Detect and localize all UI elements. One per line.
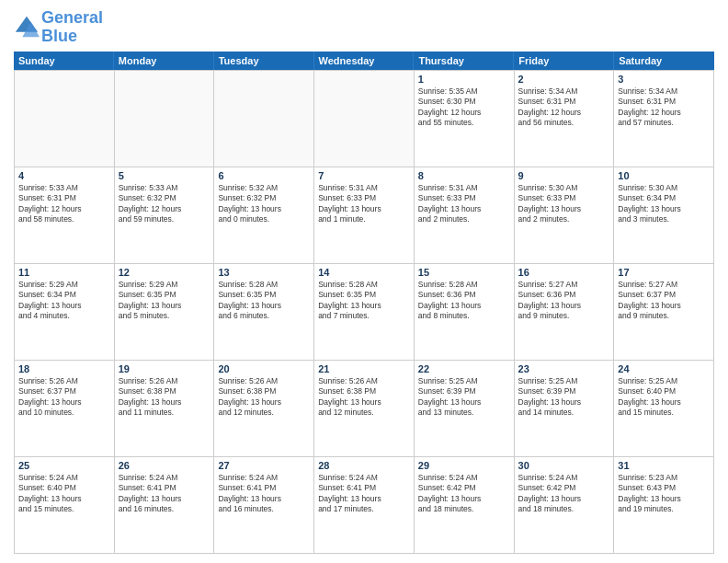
cell-info: Sunrise: 5:24 AMSunset: 6:40 PMDaylight:… [18,473,110,515]
calendar-row-2: 4Sunrise: 5:33 AMSunset: 6:31 PMDaylight… [15,167,714,264]
calendar-cell: 7Sunrise: 5:31 AMSunset: 6:33 PMDaylight… [314,167,415,264]
cell-info: Sunrise: 5:29 AMSunset: 6:35 PMDaylight:… [119,280,210,322]
calendar-cell [214,71,314,167]
calendar-cell: 17Sunrise: 5:27 AMSunset: 6:37 PMDayligh… [614,264,714,361]
day-number: 4 [18,170,110,181]
header-day-monday: Monday [114,52,214,70]
cell-info: Sunrise: 5:28 AMSunset: 6:35 PMDaylight:… [318,280,410,322]
day-number: 11 [18,267,110,278]
cell-info: Sunrise: 5:25 AMSunset: 6:40 PMDaylight:… [618,376,710,419]
cell-info: Sunrise: 5:27 AMSunset: 6:37 PMDaylight:… [618,280,710,322]
calendar: SundayMondayTuesdayWednesdayThursdayFrid… [14,52,714,554]
cell-info: Sunrise: 5:30 AMSunset: 6:34 PMDaylight:… [618,183,710,225]
header-day-sunday: Sunday [14,52,114,70]
logo-icon [14,15,40,40]
calendar-cell: 25Sunrise: 5:24 AMSunset: 6:40 PMDayligh… [15,457,115,554]
calendar-cell: 3Sunrise: 5:34 AMSunset: 6:31 PMDaylight… [614,71,714,167]
calendar-row-4: 18Sunrise: 5:26 AMSunset: 6:37 PMDayligh… [15,361,714,457]
cell-info: Sunrise: 5:31 AMSunset: 6:33 PMDaylight:… [418,183,510,225]
cell-info: Sunrise: 5:25 AMSunset: 6:39 PMDaylight:… [518,376,610,419]
day-number: 7 [318,170,410,181]
calendar-cell: 28Sunrise: 5:24 AMSunset: 6:41 PMDayligh… [314,457,415,554]
day-number: 30 [518,460,610,471]
day-number: 17 [618,267,710,278]
page: General Blue SundayMondayTuesdayWednesda… [0,0,728,563]
header: General Blue [14,9,714,46]
calendar-cell: 5Sunrise: 5:33 AMSunset: 6:32 PMDaylight… [115,167,215,264]
calendar-cell: 24Sunrise: 5:25 AMSunset: 6:40 PMDayligh… [614,361,714,457]
calendar-cell: 6Sunrise: 5:32 AMSunset: 6:32 PMDaylight… [214,167,314,264]
cell-info: Sunrise: 5:34 AMSunset: 6:31 PMDaylight:… [618,86,710,129]
cell-info: Sunrise: 5:24 AMSunset: 6:41 PMDaylight:… [318,473,410,515]
cell-info: Sunrise: 5:24 AMSunset: 6:42 PMDaylight:… [518,473,610,515]
calendar-cell [115,71,215,167]
calendar-body: 1Sunrise: 5:35 AMSunset: 6:30 PMDaylight… [14,70,714,554]
calendar-cell: 11Sunrise: 5:29 AMSunset: 6:34 PMDayligh… [15,264,115,361]
calendar-cell: 9Sunrise: 5:30 AMSunset: 6:33 PMDaylight… [515,167,615,264]
day-number: 5 [119,170,210,181]
calendar-cell [314,71,415,167]
day-number: 27 [218,460,310,471]
day-number: 29 [418,460,510,471]
header-day-wednesday: Wednesday [314,52,415,70]
calendar-cell: 27Sunrise: 5:24 AMSunset: 6:41 PMDayligh… [214,457,314,554]
day-number: 6 [218,170,310,181]
day-number: 16 [518,267,610,278]
logo-text: General Blue [41,9,103,46]
cell-info: Sunrise: 5:27 AMSunset: 6:36 PMDaylight:… [518,280,610,322]
cell-info: Sunrise: 5:35 AMSunset: 6:30 PMDaylight:… [418,86,510,129]
day-number: 31 [618,460,710,471]
header-day-saturday: Saturday [614,52,714,70]
cell-info: Sunrise: 5:34 AMSunset: 6:31 PMDaylight:… [518,86,610,129]
day-number: 2 [518,74,610,85]
day-number: 24 [618,363,710,374]
calendar-cell: 15Sunrise: 5:28 AMSunset: 6:36 PMDayligh… [415,264,515,361]
calendar-cell: 29Sunrise: 5:24 AMSunset: 6:42 PMDayligh… [415,457,515,554]
day-number: 18 [18,363,110,374]
cell-info: Sunrise: 5:29 AMSunset: 6:34 PMDaylight:… [18,280,110,322]
cell-info: Sunrise: 5:24 AMSunset: 6:42 PMDaylight:… [418,473,510,515]
cell-info: Sunrise: 5:26 AMSunset: 6:38 PMDaylight:… [318,376,410,419]
cell-info: Sunrise: 5:31 AMSunset: 6:33 PMDaylight:… [318,183,410,225]
cell-info: Sunrise: 5:33 AMSunset: 6:32 PMDaylight:… [119,183,210,225]
calendar-cell: 2Sunrise: 5:34 AMSunset: 6:31 PMDaylight… [515,71,615,167]
cell-info: Sunrise: 5:28 AMSunset: 6:36 PMDaylight:… [418,280,510,322]
calendar-cell: 1Sunrise: 5:35 AMSunset: 6:30 PMDaylight… [415,71,515,167]
calendar-cell: 23Sunrise: 5:25 AMSunset: 6:39 PMDayligh… [515,361,615,457]
day-number: 8 [418,170,510,181]
cell-info: Sunrise: 5:24 AMSunset: 6:41 PMDaylight:… [218,473,310,515]
calendar-cell: 21Sunrise: 5:26 AMSunset: 6:38 PMDayligh… [314,361,415,457]
day-number: 20 [218,363,310,374]
day-number: 3 [618,74,710,85]
day-number: 13 [218,267,310,278]
header-day-friday: Friday [514,52,614,70]
day-number: 14 [318,267,410,278]
calendar-header: SundayMondayTuesdayWednesdayThursdayFrid… [14,52,714,70]
cell-info: Sunrise: 5:32 AMSunset: 6:32 PMDaylight:… [218,183,310,225]
day-number: 1 [418,74,510,85]
cell-info: Sunrise: 5:23 AMSunset: 6:43 PMDaylight:… [618,473,710,515]
cell-info: Sunrise: 5:26 AMSunset: 6:38 PMDaylight:… [119,376,210,419]
day-number: 9 [518,170,610,181]
calendar-cell: 20Sunrise: 5:26 AMSunset: 6:38 PMDayligh… [214,361,314,457]
calendar-cell: 10Sunrise: 5:30 AMSunset: 6:34 PMDayligh… [614,167,714,264]
calendar-cell: 8Sunrise: 5:31 AMSunset: 6:33 PMDaylight… [415,167,515,264]
calendar-cell: 30Sunrise: 5:24 AMSunset: 6:42 PMDayligh… [515,457,615,554]
calendar-cell: 18Sunrise: 5:26 AMSunset: 6:37 PMDayligh… [15,361,115,457]
day-number: 25 [18,460,110,471]
calendar-cell: 14Sunrise: 5:28 AMSunset: 6:35 PMDayligh… [314,264,415,361]
day-number: 22 [418,363,510,374]
day-number: 15 [418,267,510,278]
cell-info: Sunrise: 5:28 AMSunset: 6:35 PMDaylight:… [218,280,310,322]
calendar-row-1: 1Sunrise: 5:35 AMSunset: 6:30 PMDaylight… [15,71,714,167]
calendar-cell [15,71,115,167]
calendar-cell: 16Sunrise: 5:27 AMSunset: 6:36 PMDayligh… [515,264,615,361]
calendar-cell: 13Sunrise: 5:28 AMSunset: 6:35 PMDayligh… [214,264,314,361]
header-day-thursday: Thursday [414,52,514,70]
calendar-row-3: 11Sunrise: 5:29 AMSunset: 6:34 PMDayligh… [15,264,714,361]
cell-info: Sunrise: 5:25 AMSunset: 6:39 PMDaylight:… [418,376,510,419]
calendar-cell: 12Sunrise: 5:29 AMSunset: 6:35 PMDayligh… [115,264,215,361]
cell-info: Sunrise: 5:33 AMSunset: 6:31 PMDaylight:… [18,183,110,225]
day-number: 12 [119,267,210,278]
calendar-row-5: 25Sunrise: 5:24 AMSunset: 6:40 PMDayligh… [15,457,714,554]
